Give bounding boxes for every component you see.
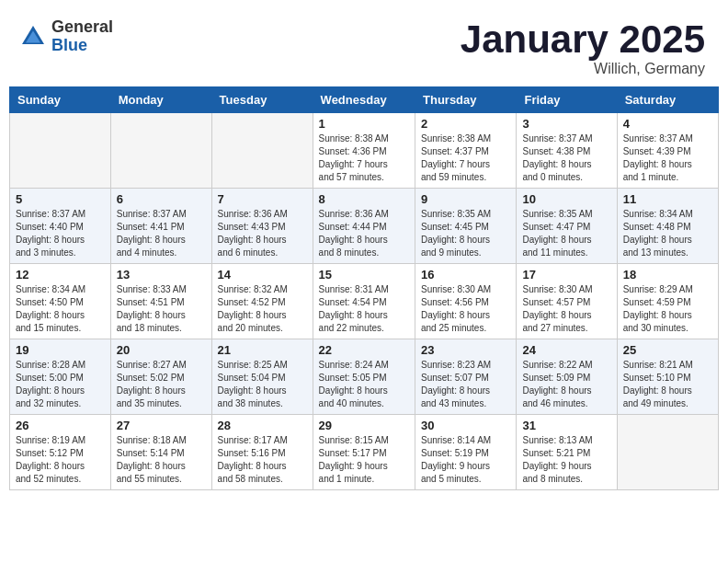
day-info: Sunrise: 8:33 AMSunset: 4:51 PMDaylight:…: [117, 283, 206, 335]
day-info: Sunrise: 8:25 AMSunset: 5:04 PMDaylight:…: [218, 359, 307, 410]
calendar-cell: 13Sunrise: 8:33 AMSunset: 4:51 PMDayligh…: [110, 264, 211, 339]
day-number: 27: [117, 419, 206, 432]
day-number: 17: [522, 268, 610, 282]
title-block: January 2025 Willich, Germany: [461, 18, 705, 77]
calendar-cell: 14Sunrise: 8:32 AMSunset: 4:52 PMDayligh…: [211, 264, 313, 339]
logo-blue-label: Blue: [51, 37, 113, 55]
calendar-cell: 7Sunrise: 8:36 AMSunset: 4:43 PMDaylight…: [211, 189, 313, 264]
day-number: 8: [319, 192, 409, 206]
day-number: 29: [319, 419, 409, 432]
day-info: Sunrise: 8:30 AMSunset: 4:56 PMDaylight:…: [421, 283, 510, 335]
calendar-cell: 8Sunrise: 8:36 AMSunset: 4:44 PMDaylight…: [313, 189, 415, 264]
logo-icon: [18, 22, 48, 52]
day-info: Sunrise: 8:14 AMSunset: 5:19 PMDaylight:…: [421, 434, 510, 486]
calendar-cell: 30Sunrise: 8:14 AMSunset: 5:19 PMDayligh…: [415, 415, 517, 490]
day-info: Sunrise: 8:38 AMSunset: 4:37 PMDaylight:…: [421, 132, 510, 184]
calendar-cell: 15Sunrise: 8:31 AMSunset: 4:54 PMDayligh…: [313, 264, 415, 339]
day-info: Sunrise: 8:22 AMSunset: 5:09 PMDaylight:…: [522, 359, 610, 410]
calendar-week-row-5: 26Sunrise: 8:19 AMSunset: 5:12 PMDayligh…: [10, 415, 719, 490]
logo: General Blue: [18, 18, 113, 55]
weekday-header-friday: Friday: [517, 87, 617, 113]
day-info: Sunrise: 8:31 AMSunset: 4:54 PMDaylight:…: [319, 283, 409, 335]
calendar-cell: 6Sunrise: 8:37 AMSunset: 4:41 PMDaylight…: [110, 189, 211, 264]
day-info: Sunrise: 8:19 AMSunset: 5:12 PMDaylight:…: [16, 434, 105, 486]
day-info: Sunrise: 8:29 AMSunset: 4:59 PMDaylight:…: [623, 283, 712, 335]
day-number: 16: [421, 268, 510, 282]
calendar-cell: 1Sunrise: 8:38 AMSunset: 4:36 PMDaylight…: [313, 113, 415, 189]
calendar-cell: 4Sunrise: 8:37 AMSunset: 4:39 PMDaylight…: [617, 113, 718, 189]
day-number: 18: [623, 268, 712, 282]
logo-general-label: General: [51, 18, 113, 37]
calendar-cell: [617, 415, 718, 490]
day-number: 7: [218, 192, 307, 206]
calendar-cell: 26Sunrise: 8:19 AMSunset: 5:12 PMDayligh…: [10, 415, 111, 490]
weekday-header-wednesday: Wednesday: [313, 87, 415, 113]
day-info: Sunrise: 8:36 AMSunset: 4:44 PMDaylight:…: [319, 208, 409, 259]
day-info: Sunrise: 8:35 AMSunset: 4:47 PMDaylight:…: [522, 208, 610, 259]
day-info: Sunrise: 8:35 AMSunset: 4:45 PMDaylight:…: [421, 208, 510, 259]
day-info: Sunrise: 8:17 AMSunset: 5:16 PMDaylight:…: [218, 434, 307, 486]
calendar-cell: 11Sunrise: 8:34 AMSunset: 4:48 PMDayligh…: [617, 189, 718, 264]
page-header: General Blue January 2025 Willich, Germa…: [9, 9, 719, 86]
day-number: 2: [421, 117, 510, 131]
day-number: 19: [16, 343, 105, 357]
calendar-cell: [211, 113, 313, 189]
day-number: 21: [218, 343, 307, 357]
calendar-cell: 21Sunrise: 8:25 AMSunset: 5:04 PMDayligh…: [211, 339, 313, 415]
day-number: 15: [319, 268, 409, 282]
day-info: Sunrise: 8:34 AMSunset: 4:50 PMDaylight:…: [16, 283, 105, 335]
calendar-table: SundayMondayTuesdayWednesdayThursdayFrid…: [9, 86, 719, 490]
logo-text: General Blue: [51, 18, 113, 55]
day-info: Sunrise: 8:34 AMSunset: 4:48 PMDaylight:…: [623, 208, 712, 259]
calendar-week-row-3: 12Sunrise: 8:34 AMSunset: 4:50 PMDayligh…: [10, 264, 719, 339]
calendar-week-row-4: 19Sunrise: 8:28 AMSunset: 5:00 PMDayligh…: [10, 339, 719, 415]
calendar-cell: 10Sunrise: 8:35 AMSunset: 4:47 PMDayligh…: [517, 189, 617, 264]
day-number: 26: [16, 419, 105, 432]
calendar-cell: 17Sunrise: 8:30 AMSunset: 4:57 PMDayligh…: [517, 264, 617, 339]
calendar-cell: 29Sunrise: 8:15 AMSunset: 5:17 PMDayligh…: [313, 415, 415, 490]
day-number: 25: [623, 343, 712, 357]
day-number: 1: [319, 117, 409, 131]
day-number: 30: [421, 419, 510, 432]
day-number: 28: [218, 419, 307, 432]
day-number: 4: [623, 117, 712, 131]
calendar-cell: 12Sunrise: 8:34 AMSunset: 4:50 PMDayligh…: [10, 264, 111, 339]
weekday-header-sunday: Sunday: [10, 87, 111, 113]
calendar-cell: 23Sunrise: 8:23 AMSunset: 5:07 PMDayligh…: [415, 339, 517, 415]
calendar-cell: 9Sunrise: 8:35 AMSunset: 4:45 PMDaylight…: [415, 189, 517, 264]
day-number: 6: [117, 192, 206, 206]
day-number: 14: [218, 268, 307, 282]
day-number: 3: [522, 117, 610, 131]
day-info: Sunrise: 8:37 AMSunset: 4:39 PMDaylight:…: [623, 132, 712, 184]
calendar-cell: 18Sunrise: 8:29 AMSunset: 4:59 PMDayligh…: [617, 264, 718, 339]
calendar-cell: 2Sunrise: 8:38 AMSunset: 4:37 PMDaylight…: [415, 113, 517, 189]
day-number: 11: [623, 192, 712, 206]
day-info: Sunrise: 8:30 AMSunset: 4:57 PMDaylight:…: [522, 283, 610, 335]
day-number: 13: [117, 268, 206, 282]
weekday-header-saturday: Saturday: [617, 87, 718, 113]
day-number: 12: [16, 268, 105, 282]
calendar-cell: [10, 113, 111, 189]
calendar-cell: 27Sunrise: 8:18 AMSunset: 5:14 PMDayligh…: [110, 415, 211, 490]
day-number: 23: [421, 343, 510, 357]
day-info: Sunrise: 8:28 AMSunset: 5:00 PMDaylight:…: [16, 359, 105, 410]
calendar-week-row-1: 1Sunrise: 8:38 AMSunset: 4:36 PMDaylight…: [10, 113, 719, 189]
day-info: Sunrise: 8:36 AMSunset: 4:43 PMDaylight:…: [218, 208, 307, 259]
calendar-subtitle: Willich, Germany: [461, 61, 705, 77]
day-number: 9: [421, 192, 510, 206]
day-number: 24: [522, 343, 610, 357]
calendar-cell: 25Sunrise: 8:21 AMSunset: 5:10 PMDayligh…: [617, 339, 718, 415]
calendar-week-row-2: 5Sunrise: 8:37 AMSunset: 4:40 PMDaylight…: [10, 189, 719, 264]
day-info: Sunrise: 8:37 AMSunset: 4:40 PMDaylight:…: [16, 208, 105, 259]
day-info: Sunrise: 8:15 AMSunset: 5:17 PMDaylight:…: [319, 434, 409, 486]
day-info: Sunrise: 8:27 AMSunset: 5:02 PMDaylight:…: [117, 359, 206, 410]
day-number: 5: [16, 192, 105, 206]
day-number: 31: [522, 419, 610, 432]
day-info: Sunrise: 8:37 AMSunset: 4:38 PMDaylight:…: [522, 132, 610, 184]
calendar-cell: [110, 113, 211, 189]
day-info: Sunrise: 8:32 AMSunset: 4:52 PMDaylight:…: [218, 283, 307, 335]
calendar-title: January 2025: [461, 18, 705, 61]
calendar-cell: 19Sunrise: 8:28 AMSunset: 5:00 PMDayligh…: [10, 339, 111, 415]
calendar-cell: 22Sunrise: 8:24 AMSunset: 5:05 PMDayligh…: [313, 339, 415, 415]
day-number: 22: [319, 343, 409, 357]
